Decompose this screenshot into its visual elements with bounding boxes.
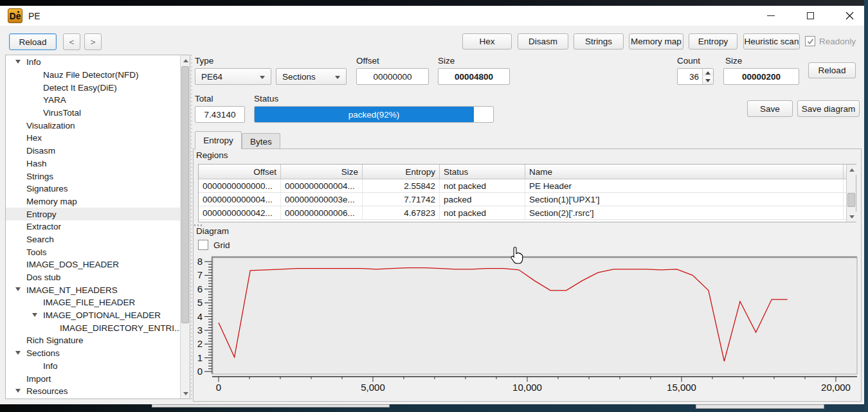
- x-axis-tick-label: 0: [216, 382, 221, 393]
- sidebar-item-image-dos-header[interactable]: IMAGE_DOS_HEADER: [6, 258, 181, 271]
- sidebar-item-entropy[interactable]: Entropy: [6, 208, 181, 220]
- count-spinner[interactable]: 36: [677, 68, 714, 85]
- y-axis-tick-label: 0: [197, 366, 203, 377]
- expander-icon[interactable]: [15, 389, 21, 393]
- view-button-strings[interactable]: Strings: [574, 33, 624, 49]
- grid-checkbox-label: Grid: [213, 240, 230, 250]
- table-row[interactable]: 0000000000000...0000000000004...2.55842n…: [199, 179, 856, 193]
- sidebar-item-label: IMAGE_OPTIONAL_HEADER: [43, 310, 161, 320]
- view-button-heuristic-scan[interactable]: Heuristic scan: [743, 33, 800, 49]
- reload-diagram-button[interactable]: Reload: [808, 62, 856, 78]
- sidebar-item-image-file-header[interactable]: IMAGE_FILE_HEADER: [6, 296, 181, 309]
- sidebar-item-label: Hash: [26, 159, 47, 168]
- sidebar-item-extractor[interactable]: Extractor: [6, 220, 181, 233]
- sidebar-item-image-nt-headers[interactable]: IMAGE_NT_HEADERS: [6, 283, 181, 296]
- sidebar-item-resources[interactable]: Resources: [6, 385, 181, 398]
- sidebar-item-disasm[interactable]: Disasm: [6, 145, 181, 157]
- expander-icon[interactable]: [32, 313, 37, 317]
- column-header-name[interactable]: Name: [525, 165, 844, 179]
- window-title: PE: [28, 11, 41, 21]
- table-scrollbar[interactable]: [846, 165, 856, 222]
- scroll-up-icon[interactable]: [181, 55, 190, 66]
- column-header-offset[interactable]: Offset: [199, 165, 281, 179]
- check-icon: [807, 38, 814, 45]
- type-combobox[interactable]: PE64: [195, 68, 271, 85]
- sidebar-item-image-optional-header[interactable]: IMAGE_OPTIONAL_HEADER: [6, 309, 181, 322]
- table-cell: not packed: [440, 179, 525, 192]
- type-value: PE64: [201, 72, 222, 82]
- column-header-size[interactable]: Size: [281, 165, 363, 179]
- sidebar-item-label: Strings: [26, 172, 53, 181]
- reload-button[interactable]: Reload: [9, 33, 57, 50]
- sidebar-item-sections[interactable]: Sections: [6, 347, 181, 360]
- sidebar-item-signatures[interactable]: Signatures: [6, 183, 181, 195]
- column-header-entropy[interactable]: Entropy: [363, 165, 440, 179]
- table-row[interactable]: 0000000000042...0000000000006...4.67823n…: [199, 206, 856, 220]
- save-button[interactable]: Save: [747, 100, 793, 117]
- block-size-field[interactable]: 00000200: [723, 68, 799, 85]
- save-diagram-button[interactable]: Save diagram: [797, 100, 860, 117]
- back-button[interactable]: <: [63, 33, 80, 50]
- sidebar-item-hex[interactable]: Hex: [6, 132, 181, 145]
- spinner-down-icon[interactable]: [703, 76, 713, 84]
- background-window-fragment: [696, 404, 824, 409]
- tree-scrollbar-thumb[interactable]: [181, 66, 189, 323]
- table-cell: 0000000000004...: [199, 193, 281, 206]
- sidebar-item-search[interactable]: Search: [6, 233, 181, 246]
- view-button-memory-map[interactable]: Memory map: [629, 33, 683, 49]
- close-button[interactable]: [835, 6, 864, 26]
- tree-scrollbar[interactable]: [180, 55, 190, 399]
- scroll-up-icon[interactable]: [847, 165, 856, 175]
- readonly-checkbox[interactable]: [805, 36, 815, 46]
- sidebar-item-image-directory-entri[interactable]: IMAGE_DIRECTORY_ENTRI...: [6, 321, 181, 334]
- sidebar-item-memory-map[interactable]: Memory map: [6, 195, 181, 208]
- progressbar-text: packed(92%): [255, 107, 493, 122]
- entropy-line-chart[interactable]: 01234567805,00010,00015,00020,000: [193, 253, 862, 402]
- spinner-up-icon[interactable]: [703, 69, 713, 76]
- table-scrollbar-thumb[interactable]: [847, 193, 855, 207]
- tree-splitter-handle[interactable]: [191, 55, 192, 399]
- tab-entropy[interactable]: Entropy: [195, 131, 242, 149]
- view-button-entropy[interactable]: Entropy: [689, 33, 737, 49]
- column-header-status[interactable]: Status: [440, 165, 525, 179]
- scroll-down-icon[interactable]: [181, 388, 190, 399]
- sidebar-item-dos-stub[interactable]: Dos stub: [6, 271, 181, 284]
- scroll-down-icon[interactable]: [847, 211, 856, 222]
- regions-table: OffsetSizeEntropyStatusName 000000000000…: [198, 164, 856, 222]
- plot-area[interactable]: [212, 257, 857, 374]
- maximize-button[interactable]: [795, 6, 825, 26]
- sidebar-item-rich-signature[interactable]: Rich Signature: [6, 334, 181, 347]
- grid-checkbox[interactable]: [198, 240, 208, 250]
- minimize-button[interactable]: [756, 6, 786, 26]
- expander-icon[interactable]: [15, 287, 21, 291]
- view-button-hex[interactable]: Hex: [462, 33, 512, 49]
- forward-button[interactable]: >: [84, 33, 102, 50]
- sidebar-item-strings[interactable]: Strings: [6, 170, 181, 183]
- sidebar-item-tools[interactable]: Tools: [6, 246, 181, 258]
- sidebar-item-import[interactable]: Import: [6, 372, 181, 385]
- sidebar-item-info[interactable]: Info: [6, 360, 181, 373]
- tab-bytes[interactable]: Bytes: [242, 133, 280, 149]
- scope-combobox[interactable]: Sections: [276, 68, 347, 85]
- total-field[interactable]: 7.43140: [195, 106, 245, 123]
- sidebar-item-virustotal[interactable]: VirusTotal: [6, 107, 181, 120]
- sidebar-item-label: VirusTotal: [43, 108, 81, 118]
- sidebar-item-hash[interactable]: Hash: [6, 157, 181, 170]
- size-field[interactable]: 00004800: [438, 68, 510, 85]
- readonly-checkbox-group[interactable]: Readonly: [805, 36, 856, 46]
- offset-field[interactable]: 00000000: [356, 68, 429, 85]
- table-row[interactable]: 0000000000004...000000000003e...7.71742p…: [199, 193, 856, 206]
- maximize-icon: [807, 12, 814, 19]
- sidebar-item-yara[interactable]: YARA: [6, 94, 181, 107]
- sidebar-item-detect-it-easy-die[interactable]: Detect It Easy(DiE): [6, 81, 181, 94]
- expander-icon[interactable]: [15, 351, 21, 355]
- view-button-disasm[interactable]: Disasm: [518, 33, 568, 49]
- sidebar-item-info[interactable]: Info: [6, 56, 181, 69]
- sidebar-item-visualization[interactable]: Visualization: [6, 119, 181, 132]
- expander-icon[interactable]: [15, 60, 21, 64]
- sidebar-item-nauz-file-detector-nfd[interactable]: Nauz File Detector(NFD): [6, 69, 181, 82]
- sidebar-item-label: Tools: [26, 247, 47, 257]
- sidebar-item-label: Rich Signature: [26, 336, 84, 345]
- entropy-chart[interactable]: 01234567805,00010,00015,00020,000: [193, 253, 862, 402]
- grid-checkbox-group[interactable]: Grid: [198, 240, 230, 250]
